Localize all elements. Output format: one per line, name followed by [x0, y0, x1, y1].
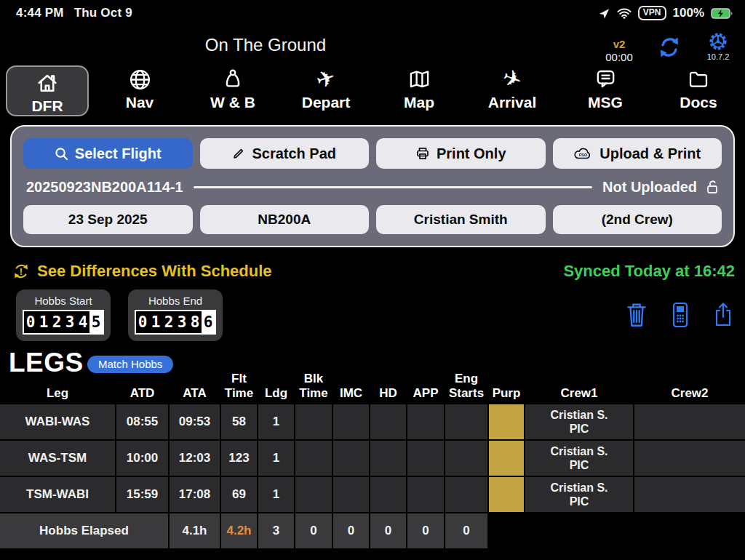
cell-ldg[interactable]: 1: [258, 404, 294, 439]
nav-label: Depart: [302, 95, 351, 111]
cloud-fso-icon: FSO: [573, 146, 593, 161]
sync-button[interactable]: [656, 34, 682, 60]
footer-hobbs-elapsed: 4.1h: [170, 513, 220, 548]
nav-item-msg[interactable]: MSG: [559, 64, 652, 116]
calculator-button[interactable]: [670, 301, 690, 329]
footer-imc-total: 0: [333, 513, 369, 548]
search-icon: [55, 147, 68, 161]
cell-app[interactable]: [407, 441, 444, 476]
crew1-name: Cristian S.: [550, 481, 607, 495]
delete-button[interactable]: [624, 301, 649, 329]
cell-blk-time[interactable]: [295, 404, 332, 439]
settings-button[interactable]: 10.7.2: [704, 32, 732, 61]
cell-eng-starts[interactable]: [445, 404, 487, 439]
cell-purpose[interactable]: [489, 404, 524, 439]
cell-flt-time[interactable]: 123: [221, 441, 257, 476]
nav-item-map[interactable]: Map: [372, 64, 466, 116]
cell-crew2[interactable]: [634, 477, 745, 512]
cell-hd[interactable]: [370, 404, 406, 439]
svg-text:!: !: [20, 266, 23, 277]
footer-hd-total: 0: [370, 513, 406, 548]
cell-ldg[interactable]: 1: [258, 441, 294, 476]
cell-imc[interactable]: [333, 441, 369, 476]
cell-app[interactable]: [407, 404, 444, 439]
map-icon: [407, 66, 431, 92]
nav-item-nav[interactable]: Nav: [93, 64, 186, 116]
nav-item-arrival[interactable]: ✈ Arrival: [466, 64, 559, 116]
see-differences-link[interactable]: ! See Differences With Schedule: [12, 262, 272, 281]
cell-purpose[interactable]: [489, 477, 524, 512]
crew1-role: PIC: [570, 422, 589, 436]
cell-eng-starts[interactable]: [445, 441, 487, 476]
battery-charging-icon: [711, 8, 733, 19]
lock-toggle[interactable]: [704, 179, 719, 195]
cell-blk-time[interactable]: [295, 477, 332, 512]
svg-text:FSO: FSO: [579, 153, 588, 157]
page-title: On The Ground: [160, 35, 371, 55]
cell-crew2[interactable]: [634, 441, 745, 476]
cell-crew1[interactable]: Cristian S. PIC: [525, 404, 633, 439]
plane-landing-icon: ✈: [503, 66, 522, 92]
flight-date-button[interactable]: 23 Sep 2025: [23, 205, 193, 234]
hobbs-start-label: Hobbs Start: [23, 295, 104, 307]
share-icon: [712, 301, 735, 329]
col-header-app: APP: [407, 386, 444, 403]
nav-item-docs[interactable]: Docs: [652, 64, 745, 116]
app-version: 10.7.2: [704, 52, 732, 61]
upload-print-button[interactable]: FSO Upload & Print: [553, 138, 722, 169]
second-crew-button[interactable]: (2nd Crew): [553, 205, 722, 234]
cell-eng-starts[interactable]: [445, 477, 487, 512]
print-only-button[interactable]: Print Only: [376, 138, 546, 169]
cell-ldg[interactable]: 1: [258, 477, 294, 512]
cell-blk-time[interactable]: [295, 441, 332, 476]
cell-atd[interactable]: 08:55: [116, 404, 168, 439]
cell-flt-time[interactable]: 58: [221, 404, 257, 439]
upload-print-label: Upload & Print: [599, 145, 701, 162]
hobbs-start-odometer: 0 1 2 3 4 5: [23, 310, 104, 335]
cell-hd[interactable]: [370, 477, 406, 512]
cell-leg[interactable]: WABI-WAS: [0, 404, 115, 439]
nav-item-depart[interactable]: ✈ Depart: [279, 64, 372, 116]
cell-ata[interactable]: 09:53: [170, 404, 220, 439]
nav-item-dfr[interactable]: DFR: [6, 65, 89, 116]
cell-atd[interactable]: 15:59: [116, 477, 168, 512]
cell-crew1[interactable]: Cristian S. PIC: [525, 441, 633, 476]
cell-hd[interactable]: [370, 441, 406, 476]
cell-ata[interactable]: 12:03: [170, 441, 220, 476]
cell-flt-time[interactable]: 69: [221, 477, 257, 512]
scratch-pad-button[interactable]: Scratch Pad: [200, 138, 370, 169]
cell-atd[interactable]: 10:00: [116, 441, 168, 476]
nav-label: MSG: [588, 95, 623, 111]
plane-takeoff-icon: ✈: [316, 66, 335, 92]
cell-app[interactable]: [407, 477, 444, 512]
cell-leg[interactable]: WAS-TSM: [0, 441, 115, 476]
hobbs-end-field[interactable]: Hobbs End 0 1 2 3 8 6: [128, 289, 223, 341]
footer-flt-time-total: 4.2h: [221, 513, 257, 548]
cell-crew2[interactable]: [634, 404, 745, 439]
cell-purpose[interactable]: [489, 441, 524, 476]
cell-ata[interactable]: 17:08: [170, 477, 220, 512]
cell-imc[interactable]: [333, 477, 369, 512]
globe-icon: [128, 66, 152, 92]
select-flight-button[interactable]: Select Flight: [23, 138, 193, 169]
cell-leg[interactable]: TSM-WABI: [0, 477, 115, 512]
cell-imc[interactable]: [333, 404, 369, 439]
cell-crew1[interactable]: Cristian S. PIC: [525, 477, 633, 512]
nav-label: Docs: [680, 95, 717, 111]
export-button[interactable]: [712, 301, 735, 329]
version-block: v2 00:00: [602, 38, 636, 63]
footer-ldg-total: 3: [258, 513, 294, 548]
main-nav: DFR Nav W & B ✈: [0, 64, 745, 116]
pilot-button[interactable]: Cristian Smith: [376, 205, 546, 234]
hobbs-start-field[interactable]: Hobbs Start 0 1 2 3 4 5: [16, 289, 111, 341]
sync-alert-icon: !: [12, 262, 31, 281]
aircraft-button[interactable]: NB200A: [200, 205, 370, 234]
synced-status: Synced Today at 16:42: [563, 262, 735, 281]
scratch-pad-label: Scratch Pad: [252, 145, 336, 162]
crew1-name: Cristian S.: [550, 408, 607, 422]
nav-label: W & B: [210, 95, 255, 111]
nav-item-wb[interactable]: W & B: [186, 64, 279, 116]
gear-icon: [704, 32, 732, 52]
col-header-crew2: Crew2: [634, 386, 745, 403]
second-crew-label: (2nd Crew): [602, 212, 673, 228]
